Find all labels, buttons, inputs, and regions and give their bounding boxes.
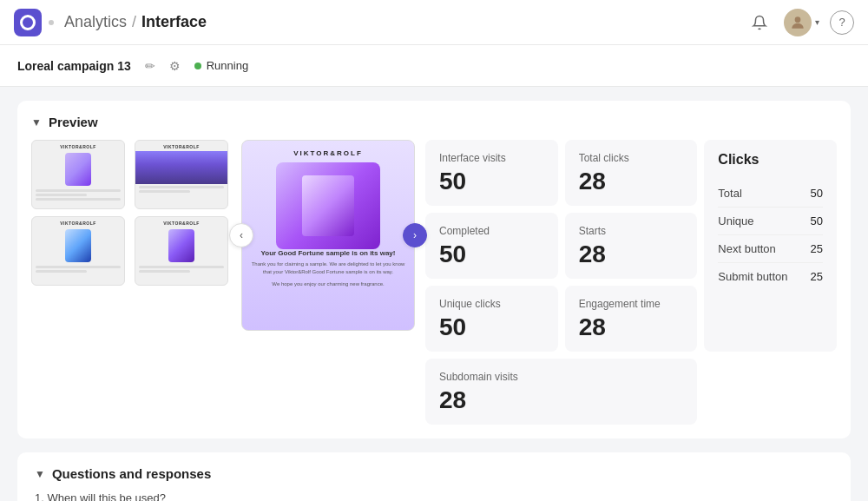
questions-title: Questions and responses xyxy=(52,466,211,481)
clicks-next-label: Next button xyxy=(718,242,776,255)
completed-label: Completed xyxy=(439,225,544,237)
thumbnail-4[interactable]: VIKTOR&ROLF xyxy=(135,216,228,286)
engagement-time-label: Engagement time xyxy=(579,298,684,310)
questions-section: ▼ Questions and responses 1. When will t… xyxy=(17,452,851,501)
logo xyxy=(14,9,42,36)
clicks-row-unique: Unique 50 xyxy=(718,208,823,235)
preview-product xyxy=(276,162,380,249)
stat-starts: Starts 28 xyxy=(565,213,698,279)
stat-total-clicks: Total clicks 28 xyxy=(565,140,698,206)
status-badge: Running xyxy=(194,59,248,72)
starts-value: 28 xyxy=(579,242,684,267)
subdomain-visits-value: 28 xyxy=(439,388,683,412)
stats-grid: Interface visits 50 Total clicks 28 Clic… xyxy=(425,140,837,425)
clicks-submit-value: 25 xyxy=(811,270,823,283)
header-separator-dot xyxy=(49,20,54,25)
preview-nav-prev[interactable]: ‹ xyxy=(229,223,253,247)
preview-nav-next[interactable]: › xyxy=(403,223,427,247)
user-avatar-wrapper[interactable]: ▾ xyxy=(784,9,819,36)
clicks-total-label: Total xyxy=(718,187,741,200)
total-clicks-label: Total clicks xyxy=(579,152,684,164)
main-content: ▼ Preview VIKTOR&ROLF VIKTOR&RO xyxy=(0,87,868,501)
clicks-card-title: Clicks xyxy=(718,152,823,168)
stat-engagement-time: Engagement time 28 xyxy=(565,286,698,352)
avatar xyxy=(784,9,812,36)
unique-clicks-label: Unique clicks xyxy=(439,298,544,310)
unique-clicks-value: 50 xyxy=(439,315,544,339)
edit-icon[interactable]: ✏ xyxy=(145,59,155,73)
campaign-name: Loreal campaign 13 xyxy=(17,59,131,73)
help-label: ? xyxy=(838,16,845,29)
main-preview-wrapper: ‹ VIKTOR&ROLF Your Good Fortune sample i… xyxy=(241,140,415,331)
breadcrumb-sep: / xyxy=(132,13,136,31)
preview-chevron-icon[interactable]: ▼ xyxy=(31,116,42,129)
preview-header: ▼ Preview xyxy=(31,115,837,129)
starts-label: Starts xyxy=(579,225,684,237)
clicks-row-submit: Submit button 25 xyxy=(718,263,823,290)
clicks-submit-label: Submit button xyxy=(718,270,787,283)
preview-content: VIKTOR&ROLF VIKTOR&ROLF xyxy=(31,140,837,425)
help-button[interactable]: ? xyxy=(830,10,854,35)
clicks-row-next: Next button 25 xyxy=(718,235,823,263)
svg-point-0 xyxy=(795,16,801,23)
status-label: Running xyxy=(207,59,248,72)
breadcrumb: Analytics / Interface xyxy=(64,13,207,31)
thumbnail-3[interactable]: VIKTOR&ROLF xyxy=(31,216,125,286)
main-preview-image: VIKTOR&ROLF Your Good Fortune sample is … xyxy=(241,140,415,331)
settings-icon[interactable]: ⚙ xyxy=(169,59,181,73)
thumbnails-grid: VIKTOR&ROLF VIKTOR&ROLF xyxy=(31,140,231,286)
stat-completed: Completed 50 xyxy=(425,213,558,279)
question-text: 1. When will this be used? xyxy=(35,491,833,501)
thumbnail-1[interactable]: VIKTOR&ROLF xyxy=(31,140,125,209)
breadcrumb-interface[interactable]: Interface xyxy=(141,13,207,31)
clicks-unique-value: 50 xyxy=(811,214,823,227)
clicks-total-value: 50 xyxy=(811,187,823,200)
breadcrumb-analytics[interactable]: Analytics xyxy=(64,13,127,31)
completed-value: 50 xyxy=(439,242,544,267)
stat-unique-clicks: Unique clicks 50 xyxy=(425,286,558,352)
clicks-next-value: 25 xyxy=(811,242,823,255)
interface-visits-label: Interface visits xyxy=(439,152,544,164)
clicks-row-total: Total 50 xyxy=(718,180,823,208)
status-dot xyxy=(194,63,201,69)
preview-tagline: Your Good Fortune sample is on its way! xyxy=(261,249,396,260)
preview-title: Preview xyxy=(49,115,98,129)
preview-section: ▼ Preview VIKTOR&ROLF VIKTOR&RO xyxy=(17,101,851,438)
interface-visits-value: 50 xyxy=(439,169,544,194)
stat-interface-visits: Interface visits 50 xyxy=(425,140,558,206)
questions-chevron-icon[interactable]: ▼ xyxy=(35,468,45,480)
total-clicks-value: 28 xyxy=(579,169,684,194)
questions-header: ▼ Questions and responses xyxy=(35,466,833,481)
thumbnail-2[interactable]: VIKTOR&ROLF xyxy=(135,140,228,209)
clicks-unique-label: Unique xyxy=(718,214,753,227)
engagement-time-value: 28 xyxy=(579,315,684,339)
chevron-down-icon: ▾ xyxy=(815,17,819,27)
subheader: Loreal campaign 13 ✏ ⚙ Running xyxy=(0,45,868,87)
app-header: Analytics / Interface ▾ ? xyxy=(0,0,868,45)
header-actions: ▾ ? xyxy=(746,9,854,36)
preview-brand: VIKTOR&ROLF xyxy=(293,141,363,162)
stat-subdomain-visits: Subdomain visits 28 xyxy=(425,359,697,425)
preview-body-text: Thank you for claiming a sample. We are … xyxy=(242,260,414,276)
clicks-card: Clicks Total 50 Unique 50 Next button 25 xyxy=(704,140,837,352)
notifications-icon[interactable] xyxy=(746,9,773,36)
subdomain-visits-label: Subdomain visits xyxy=(439,371,683,383)
